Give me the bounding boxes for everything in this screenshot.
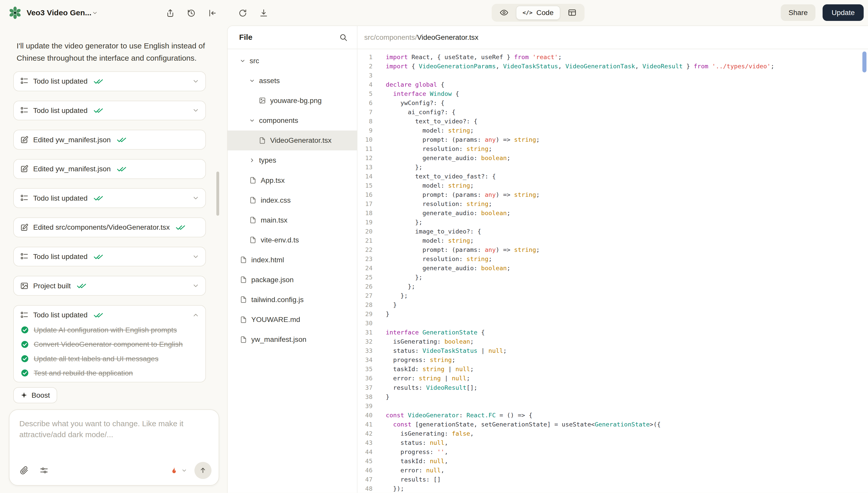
tree-item-youware-md[interactable]: YOUWARE.md [228, 310, 357, 329]
line-number: 13 [357, 164, 373, 171]
sparkle-icon [20, 391, 27, 399]
activity-card[interactable]: Todo list updatedUpdate AI configuration… [13, 305, 206, 382]
line-number: 43 [357, 439, 373, 446]
search-icon[interactable] [339, 33, 348, 42]
code-line-content: resolution: string; [386, 200, 492, 208]
tree-item-label: index.css [261, 196, 291, 205]
layout-grid-icon [567, 8, 577, 17]
code-line: 12 generate_audio: boolean; [357, 153, 868, 163]
editor-scrollbar[interactable] [862, 51, 866, 72]
tree-item-src[interactable]: src [228, 51, 357, 71]
activity-card-header[interactable]: Edited yw_manifest.json [14, 130, 205, 149]
activity-card-header[interactable]: Edited src/components/VideoGenerator.tsx [14, 218, 205, 237]
activity-card-header[interactable]: Todo list updated [14, 247, 205, 266]
chat-scrollbar[interactable] [216, 172, 219, 216]
activity-card-header[interactable]: Edited yw_manifest.json [14, 159, 205, 178]
tree-item-yw-manifest-json[interactable]: yw_manifest.json [228, 329, 357, 349]
tree-item-vite-env-d-ts[interactable]: vite-env.d.ts [228, 230, 357, 250]
composer-settings-button[interactable] [39, 466, 49, 475]
attach-button[interactable] [19, 466, 29, 475]
update-button[interactable]: Update [823, 4, 863, 21]
code-line-content: declare global { [386, 81, 445, 88]
code-line: 7 ai_config?: { [357, 108, 868, 117]
code-line-content: }; [386, 219, 422, 226]
code-line-content: import React, { useState, useRef } from … [386, 53, 562, 61]
download-button[interactable] [259, 8, 268, 18]
send-button[interactable] [194, 462, 211, 479]
file-icon [249, 176, 257, 184]
code-line-content: } [386, 301, 397, 308]
tree-item-package-json[interactable]: package.json [228, 270, 357, 290]
double-check-icon [77, 282, 86, 289]
tree-item-types[interactable]: types [228, 150, 357, 170]
code-tab-label: Code [536, 8, 553, 17]
code-line-content: generate_audio: boolean; [386, 154, 510, 162]
code-line: 38} [357, 392, 868, 402]
model-selector[interactable] [170, 466, 187, 475]
code-tab[interactable]: </> Code [516, 6, 560, 20]
chevron-down-icon[interactable] [192, 253, 199, 260]
code-line-content: progress: string; [386, 356, 455, 364]
tree-item-components[interactable]: components [228, 111, 357, 130]
activity-card-header[interactable]: Todo list updated [14, 72, 205, 91]
file-icon [240, 296, 247, 303]
app-logo-icon[interactable] [8, 6, 22, 19]
activity-card[interactable]: Edited yw_manifest.json [13, 130, 206, 150]
file-icon [249, 236, 257, 244]
activity-card-header[interactable]: Project built [14, 276, 205, 295]
todo-item-label: Test and rebuild the application [34, 369, 133, 377]
tree-item-assets[interactable]: assets [228, 71, 357, 91]
chevron-down-icon[interactable] [192, 78, 199, 85]
line-number: 39 [357, 403, 373, 410]
activity-card[interactable]: Edited src/components/VideoGenerator.tsx [13, 217, 206, 237]
code-line: 20 image_to_video?: { [357, 227, 868, 236]
file-explorer-title: File [239, 33, 252, 42]
activity-card[interactable]: Edited yw_manifest.json [13, 159, 206, 179]
code-line: 44 progress: '', [357, 447, 868, 456]
layout-tab[interactable] [561, 6, 583, 20]
code-line-content: model: string; [386, 127, 474, 134]
code-line: 4declare global { [357, 80, 868, 89]
tree-item-label: index.html [251, 256, 284, 264]
tree-item-main-tsx[interactable]: main.tsx [228, 210, 357, 230]
history-button[interactable] [187, 8, 196, 18]
tree-item-label: components [259, 116, 298, 125]
activity-card[interactable]: Project built [13, 276, 206, 296]
tree-item-youware-bg-png[interactable]: youware-bg.png [228, 91, 357, 111]
tree-item-videogenerator-tsx[interactable]: VideoGenerator.tsx [228, 130, 357, 150]
image-file-icon [259, 97, 266, 104]
activity-card[interactable]: Todo list updated [13, 188, 206, 208]
activity-card-header[interactable]: Todo list updated [14, 101, 205, 120]
collapse-panel-button[interactable] [208, 8, 217, 18]
preview-tab[interactable] [493, 6, 515, 20]
boost-button[interactable]: Boost [13, 387, 57, 403]
tree-item-label: types [259, 156, 276, 165]
code-line-content: isGenerating: boolean; [386, 338, 474, 345]
todo-list-icon [20, 311, 29, 320]
code-line: 27 }; [357, 291, 868, 300]
code-line: 47 results: [] [357, 475, 868, 484]
tree-item-index-html[interactable]: index.html [228, 250, 357, 270]
activity-card[interactable]: Todo list updated [13, 247, 206, 266]
title-chevron-down-icon[interactable] [92, 10, 98, 16]
composer[interactable]: Describe what you want to change. Like m… [9, 409, 219, 486]
chevron-down-icon[interactable] [192, 282, 199, 289]
activity-card[interactable]: Todo list updated [13, 71, 206, 91]
export-button[interactable] [166, 8, 175, 18]
line-number: 3 [357, 72, 373, 79]
tree-item-app-tsx[interactable]: App.tsx [228, 170, 357, 190]
activity-card-header[interactable]: Todo list updated [14, 306, 205, 324]
chevron-down-icon[interactable] [192, 107, 199, 114]
tree-item-tailwind-config-js[interactable]: tailwind.config.js [228, 290, 357, 310]
line-number: 29 [357, 310, 373, 318]
app-title[interactable]: Veo3 Video Gen... [26, 8, 91, 17]
activity-card-header[interactable]: Todo list updated [14, 189, 205, 208]
code-area[interactable]: 1import React, { useState, useRef } from… [357, 49, 868, 493]
chevron-up-icon[interactable] [192, 312, 199, 319]
line-number: 45 [357, 457, 373, 465]
activity-card[interactable]: Todo list updated [13, 101, 206, 121]
refresh-button[interactable] [238, 8, 247, 18]
share-button[interactable]: Share [781, 4, 815, 21]
chevron-down-icon[interactable] [192, 194, 199, 201]
tree-item-index-css[interactable]: index.css [228, 190, 357, 210]
